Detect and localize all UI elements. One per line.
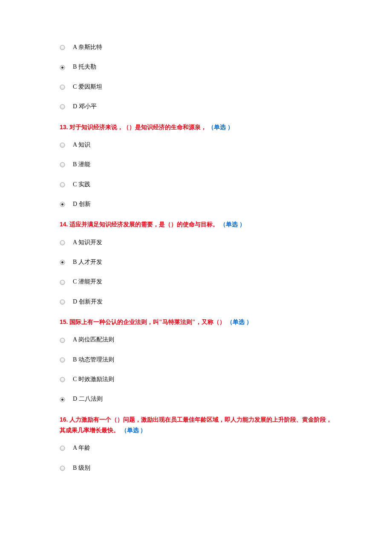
option-label: A 年龄 (73, 443, 90, 453)
option-label: D 邓小平 (73, 102, 97, 111)
radio-selected-icon[interactable] (60, 199, 73, 209)
radio-unselected-icon[interactable] (60, 180, 73, 189)
svg-point-4 (60, 104, 65, 109)
option-row[interactable]: D 邓小平 (60, 102, 332, 111)
question-text: 对于知识经济来说，（）是知识经济的生命和源泉， (69, 124, 207, 130)
question-text: 适应并满足知识经济发展的需要，是（）的使命与目标。 (69, 221, 219, 228)
radio-unselected-icon[interactable] (60, 160, 73, 169)
svg-point-10 (60, 240, 65, 245)
option-label: B 托夫勒 (73, 62, 96, 72)
svg-point-2 (61, 66, 63, 69)
option-row[interactable]: C 爱因斯坦 (60, 82, 332, 92)
option-row[interactable]: A 知识 (60, 140, 332, 150)
radio-unselected-icon[interactable] (60, 277, 73, 286)
option-row[interactable]: B 级别 (60, 463, 332, 473)
option-label: A 奈斯比特 (73, 43, 102, 52)
radio-unselected-icon[interactable] (60, 43, 73, 52)
radio-unselected-icon[interactable] (60, 355, 73, 364)
radio-unselected-icon[interactable] (60, 335, 73, 344)
svg-point-5 (60, 143, 65, 147)
question-number: 16. (60, 416, 68, 423)
svg-point-16 (60, 358, 65, 362)
option-label: A 知识开发 (73, 238, 102, 247)
option-row[interactable]: B 托夫勒 (60, 62, 332, 72)
svg-point-6 (60, 162, 65, 167)
option-row[interactable]: B 人才开发 (60, 257, 332, 267)
radio-unselected-icon[interactable] (60, 102, 73, 111)
svg-point-15 (60, 338, 65, 343)
radio-unselected-icon[interactable] (60, 238, 73, 247)
question-type: （单选 ） (220, 221, 245, 228)
question-number: 15. (60, 318, 68, 325)
option-row[interactable]: C 潜能开发 (60, 277, 332, 286)
svg-point-0 (60, 45, 65, 50)
question-prompt: 15. 国际上有一种公认的企业法则，叫"马特莱法则"，又称（） （单选 ） (60, 317, 332, 327)
svg-point-14 (60, 300, 65, 304)
option-label: A 岗位匹配法则 (73, 335, 114, 344)
question-type: （单选 ） (227, 319, 252, 325)
option-label: D 创新 (73, 199, 91, 209)
question-prompt: 14. 适应并满足知识经济发展的需要，是（）的使命与目标。 （单选 ） (60, 219, 332, 230)
radio-unselected-icon[interactable] (60, 140, 73, 150)
option-row[interactable]: C 实践 (60, 180, 332, 189)
radio-unselected-icon[interactable] (60, 297, 73, 306)
option-label: D 二八法则 (73, 394, 103, 404)
svg-point-17 (60, 377, 65, 382)
option-row[interactable]: A 年龄 (60, 443, 332, 453)
option-row[interactable]: B 潜能 (60, 160, 332, 169)
quiz-content: A 奈斯比特B 托夫勒C 爱因斯坦D 邓小平13. 对于知识经济来说，（）是知识… (60, 43, 332, 473)
option-row[interactable]: D 二八法则 (60, 394, 332, 404)
option-label: B 人才开发 (73, 257, 102, 267)
svg-point-12 (61, 261, 63, 263)
question-text: 国际上有一种公认的企业法则，叫"马特莱法则"，又称（） (69, 319, 225, 325)
option-label: B 潜能 (73, 160, 90, 169)
question-type: （单选 ） (121, 427, 147, 434)
radio-unselected-icon[interactable] (60, 463, 73, 473)
option-row[interactable]: D 创新 (60, 199, 332, 209)
svg-point-7 (60, 182, 65, 187)
option-row[interactable]: A 岗位匹配法则 (60, 335, 332, 344)
svg-point-20 (60, 446, 65, 451)
svg-point-19 (61, 399, 63, 401)
radio-selected-icon[interactable] (60, 62, 73, 72)
option-row[interactable]: A 知识开发 (60, 238, 332, 247)
svg-point-13 (60, 280, 65, 285)
option-row[interactable]: C 时效激励法则 (60, 375, 332, 384)
option-label: D 创新开发 (73, 297, 103, 306)
option-label: C 爱因斯坦 (73, 82, 102, 92)
option-row[interactable]: D 创新开发 (60, 297, 332, 306)
option-label: C 潜能开发 (73, 277, 102, 286)
question-type: （单选 ） (208, 124, 233, 130)
question-text: 人力激励有一个（）问题，激励出现在员工最佳年龄区域，即人力能力发展的上升阶段、黄… (60, 416, 332, 434)
option-label: B 动态管理法则 (73, 355, 114, 364)
question-prompt: 13. 对于知识经济来说，（）是知识经济的生命和源泉， （单选 ） (60, 122, 332, 133)
option-label: C 实践 (73, 180, 90, 189)
radio-unselected-icon[interactable] (60, 82, 73, 92)
question-number: 13. (60, 124, 68, 130)
option-label: A 知识 (73, 140, 90, 150)
radio-selected-icon[interactable] (60, 257, 73, 267)
option-label: B 级别 (73, 463, 90, 473)
radio-unselected-icon[interactable] (60, 375, 73, 384)
option-label: C 时效激励法则 (73, 375, 114, 384)
question-prompt: 16. 人力激励有一个（）问题，激励出现在员工最佳年龄区域，即人力能力发展的上升… (60, 414, 332, 436)
option-row[interactable]: A 奈斯比特 (60, 43, 332, 52)
question-number: 14. (60, 221, 68, 228)
option-row[interactable]: B 动态管理法则 (60, 355, 332, 364)
radio-unselected-icon[interactable] (60, 443, 73, 453)
radio-selected-icon[interactable] (60, 394, 73, 404)
svg-point-21 (60, 466, 65, 471)
svg-point-9 (61, 203, 63, 205)
svg-point-3 (60, 85, 65, 90)
